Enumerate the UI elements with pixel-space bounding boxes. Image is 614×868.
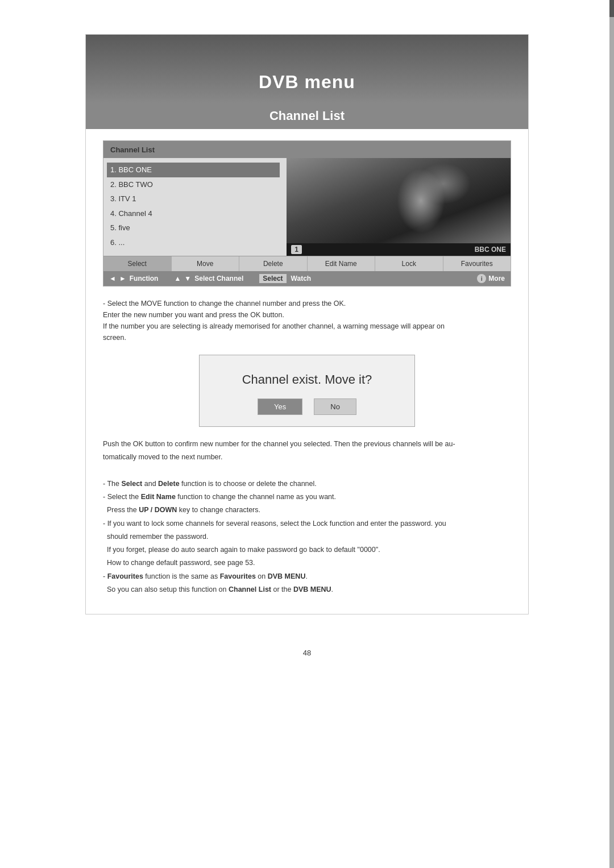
instructions-below-dialog: Push the OK button to confirm new number… <box>103 438 511 596</box>
channel-list-title: Channel List <box>269 109 345 123</box>
watch-nav-label: Watch <box>291 275 312 283</box>
left-arrow-icon[interactable]: ◄ <box>109 275 116 283</box>
bottom-line-10: How to change default password, see page… <box>103 557 511 569</box>
edit-name-button[interactable]: Edit Name <box>308 256 376 271</box>
bottom-line-5: - Select the Edit Name function to chang… <box>103 491 511 503</box>
bottom-line-7: - If you want to lock some channels for … <box>103 518 511 530</box>
scrollbar[interactable] <box>609 0 614 868</box>
list-item[interactable]: 1. BBC ONE <box>107 163 280 177</box>
bottom-line-12: So you can also setup this function on C… <box>103 584 511 596</box>
channel-name-badge: BBC ONE <box>475 246 506 254</box>
scrollbar-thumb <box>609 0 614 17</box>
channel-list-left: 1. BBC ONE 2. BBC TWO 3. ITV 1 4. Channe… <box>103 158 287 256</box>
bottom-line-2: tomatically moved to the next number. <box>103 451 511 463</box>
list-item[interactable]: 3. ITV 1 <box>110 192 280 206</box>
channel-preview-footer: 1 BBC ONE <box>287 243 511 256</box>
bottom-line-8: should remember the password. <box>103 531 511 543</box>
page-wrapper: DVB menu Channel List Channel List 1. BB… <box>85 34 529 614</box>
favourites-button[interactable]: Favourites <box>443 256 511 271</box>
instruction-line-1: - Select the MOVE function to change the… <box>103 298 511 309</box>
select-nav-button[interactable]: Select <box>259 274 286 283</box>
list-item[interactable]: 5. five <box>110 221 280 235</box>
channel-list-title-bar: Channel List <box>86 103 528 129</box>
channel-list-box: Channel List 1. BBC ONE 2. BBC TWO 3. IT… <box>103 140 511 286</box>
list-item[interactable]: 6. ... <box>110 235 280 250</box>
bottom-line-11: - Favourites function is the same as Fav… <box>103 571 511 583</box>
instruction-line-2: Enter the new number you want and press … <box>103 309 511 321</box>
info-icon[interactable]: i <box>477 274 486 283</box>
dialog-title: Channel exist. Move it? <box>211 372 403 387</box>
down-arrow-icon[interactable]: ▼ <box>184 275 191 283</box>
instruction-line-3: If the number you are selecting is alrea… <box>103 321 511 332</box>
delete-button[interactable]: Delete <box>239 256 308 271</box>
action-button-row: Select Move Delete Edit Name Lock Favour… <box>103 256 511 271</box>
dialog-no-button[interactable]: No <box>314 398 356 415</box>
channel-list-ui-header: Channel List <box>103 141 511 158</box>
bottom-line-4: - The Select and Delete function is to c… <box>103 478 511 490</box>
bottom-line-1: Push the OK button to confirm new number… <box>103 438 511 450</box>
select-button[interactable]: Select <box>103 256 172 271</box>
channel-preview-image <box>287 158 511 243</box>
dvb-menu-title: DVB menu <box>259 72 355 93</box>
channel-exist-dialog: Channel exist. Move it? Yes No <box>199 355 415 427</box>
move-button[interactable]: Move <box>172 256 240 271</box>
right-arrow-icon[interactable]: ► <box>119 275 126 283</box>
bottom-line-9: If you forget, please do auto search aga… <box>103 544 511 556</box>
channel-list-ui-header-text: Channel List <box>110 146 155 154</box>
select-channel-label: Select Channel <box>194 275 243 283</box>
dvb-menu-header: DVB menu <box>86 35 528 103</box>
up-arrow-icon[interactable]: ▲ <box>174 275 181 283</box>
bottom-spacer <box>103 465 511 477</box>
instruction-line-4: screen. <box>103 332 511 343</box>
instructions-above-dialog: - Select the MOVE function to change the… <box>103 298 511 343</box>
function-label: Function <box>130 275 159 283</box>
page-number: 48 <box>303 649 311 668</box>
list-item[interactable]: 2. BBC TWO <box>110 177 280 192</box>
dialog-yes-button[interactable]: Yes <box>258 398 302 415</box>
nav-info-area: i More <box>477 274 505 283</box>
nav-row: ◄ ► Function ▲ ▼ Select Channel Select W… <box>103 271 511 286</box>
list-item[interactable]: 4. Channel 4 <box>110 206 280 221</box>
channel-preview-panel: 1 BBC ONE <box>287 158 511 256</box>
channel-list-body: 1. BBC ONE 2. BBC TWO 3. ITV 1 4. Channe… <box>103 158 511 256</box>
channel-number-badge: 1 <box>291 245 302 254</box>
bottom-line-6: Press the UP / DOWN key to change charac… <box>103 504 511 516</box>
main-content: Channel List 1. BBC ONE 2. BBC TWO 3. IT… <box>86 129 528 614</box>
preview-face-decoration <box>287 158 511 243</box>
lock-button[interactable]: Lock <box>375 256 443 271</box>
more-label[interactable]: More <box>488 275 505 283</box>
dialog-buttons: Yes No <box>211 398 403 415</box>
